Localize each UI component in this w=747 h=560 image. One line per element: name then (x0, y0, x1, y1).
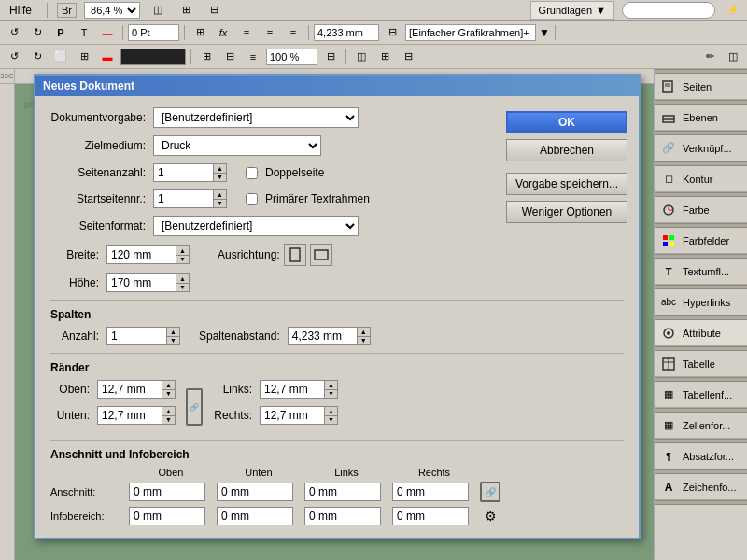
info-oben-input[interactable]: 0 mm (129, 507, 205, 525)
links-input[interactable]: 12,7 mm (260, 380, 325, 399)
startseite-arrows[interactable]: ▲ ▼ (214, 189, 227, 208)
anzahl-up[interactable]: ▲ (167, 328, 179, 337)
panel-btn-farbfelder[interactable]: Farbfelder (655, 228, 747, 254)
links-down[interactable]: ▼ (325, 390, 337, 399)
breite-arrows[interactable]: ▲ ▼ (176, 245, 190, 264)
rechts-arrows[interactable]: ▲ ▼ (325, 406, 338, 425)
anschnitt-rechts-input[interactable]: 0 mm (392, 483, 469, 501)
anschnitt-link-icon[interactable]: 🔗 (480, 482, 500, 502)
tb-rotate-right[interactable]: ↻ (27, 23, 48, 42)
breite-up[interactable]: ▲ (176, 246, 189, 256)
tb-align1[interactable]: ≡ (236, 23, 257, 42)
primaer-checkbox[interactable] (246, 193, 258, 205)
seitenanzahl-down[interactable]: ▼ (214, 174, 226, 182)
tb-icon-small[interactable]: ⊟ (382, 23, 402, 42)
spaltenabstand-down[interactable]: ▼ (358, 337, 370, 345)
panel-btn-seiten[interactable]: Seiten (655, 74, 747, 100)
dropdown-arrow[interactable]: ▼ (539, 26, 550, 39)
tb-rotate-left[interactable]: ↺ (4, 23, 24, 42)
frame-input[interactable] (405, 24, 536, 41)
info-unten-input[interactable]: 0 mm (217, 507, 293, 525)
weniger-button[interactable]: Weniger Optionen (506, 201, 627, 223)
unten-input[interactable]: 12,7 mm (97, 406, 162, 425)
tb2-icon8[interactable]: ⊟ (320, 48, 341, 66)
doppelseite-checkbox[interactable] (246, 167, 258, 179)
panel-btn-zeichenfor[interactable]: A Zeichenfo... (655, 474, 747, 500)
anschnitt-oben-input[interactable]: 0 mm (129, 483, 205, 501)
panel-btn-textumfl[interactable]: T Textumfl... (655, 259, 747, 285)
grundlagen-btn[interactable]: Grundlagen ▼ (530, 1, 614, 20)
info-links-input[interactable]: 0 mm (304, 507, 381, 525)
anzahl-input[interactable]: 1 (106, 327, 167, 345)
rechts-up[interactable]: ▲ (325, 407, 337, 416)
tb-p-icon[interactable]: P (50, 23, 71, 42)
oben-up[interactable]: ▲ (162, 381, 175, 390)
tb2-icon9[interactable]: ◫ (351, 48, 372, 66)
tb2-icon-right2[interactable]: ◫ (723, 48, 743, 66)
panel-btn-tabellf[interactable]: ▦ Tabellenf... (655, 382, 747, 408)
tb-text-icon[interactable]: T (74, 23, 94, 42)
tb-icon3[interactable]: ⊟ (204, 1, 224, 20)
tb2-icon2[interactable]: ↻ (27, 48, 48, 66)
tb-grid-icon[interactable]: ⊞ (190, 23, 210, 42)
mm-input[interactable] (314, 24, 379, 41)
tb2-icon-right1[interactable]: ✏ (699, 48, 720, 66)
oben-arrows[interactable]: ▲ ▼ (162, 380, 176, 399)
ok-button[interactable]: OK (506, 111, 627, 133)
anschnitt-unten-input[interactable]: 0 mm (217, 483, 293, 501)
menu-hilfe[interactable]: Hilfe (4, 2, 37, 19)
seitenanzahl-arrows[interactable]: ▲ ▼ (214, 163, 227, 182)
tb2-icon4[interactable]: ⊞ (74, 48, 94, 66)
landscape-btn[interactable] (310, 244, 332, 266)
pt-input[interactable] (128, 24, 179, 41)
raender-link-icon[interactable]: 🔗 (186, 388, 203, 426)
spaltenabstand-input[interactable]: 4,233 mm (288, 327, 358, 345)
tb2-icon10[interactable]: ⊞ (374, 48, 395, 66)
breite-input[interactable]: 120 mm (106, 245, 176, 264)
panel-btn-attribute[interactable]: Attribute (655, 320, 747, 346)
spaltenabstand-arrows[interactable]: ▲ ▼ (358, 327, 371, 345)
seitenformat-select[interactable]: [Benutzerdefiniert] (153, 216, 359, 236)
tb2-icon6[interactable]: ⊟ (219, 48, 240, 66)
startseite-up[interactable]: ▲ (214, 190, 226, 200)
info-rechts-input[interactable]: 0 mm (392, 507, 469, 525)
portrait-btn[interactable] (284, 244, 306, 266)
tb-icon2[interactable]: ⊞ (176, 1, 196, 20)
search-input[interactable] (622, 2, 715, 19)
tb-align2[interactable]: ≡ (260, 23, 280, 42)
startseite-down[interactable]: ▼ (214, 200, 226, 208)
vorgabe-button[interactable]: Vorgabe speichern... (506, 173, 627, 195)
tb-icon1[interactable]: ◫ (148, 1, 168, 20)
panel-btn-hyperlinks[interactable]: abc Hyperlinks (655, 289, 747, 315)
breite-down[interactable]: ▼ (176, 256, 189, 264)
anschnitt-links-input[interactable]: 0 mm (304, 483, 381, 501)
tb-align3[interactable]: ≡ (283, 23, 303, 42)
tb2-icon1[interactable]: ↺ (4, 48, 24, 66)
panel-btn-kontur[interactable]: ◻ Kontur (655, 166, 747, 192)
color-swatch[interactable] (120, 49, 186, 65)
tb2-icon3[interactable]: ⬜ (50, 48, 71, 66)
oben-input[interactable]: 12,7 mm (97, 380, 162, 399)
rechts-input[interactable]: 12,7 mm (260, 406, 325, 425)
links-arrows[interactable]: ▲ ▼ (325, 380, 338, 399)
rechts-down[interactable]: ▼ (325, 416, 337, 425)
oben-down[interactable]: ▼ (162, 390, 175, 399)
spaltenabstand-up[interactable]: ▲ (358, 328, 370, 337)
dokumentvorgabe-select[interactable]: [Benutzerdefiniert] (153, 107, 359, 128)
anzahl-arrows[interactable]: ▲ ▼ (167, 327, 180, 345)
unten-up[interactable]: ▲ (162, 407, 175, 416)
panel-btn-ebenen[interactable]: Ebenen (655, 105, 747, 131)
anzahl-down[interactable]: ▼ (167, 337, 179, 345)
abbrechen-button[interactable]: Abbrechen (506, 139, 627, 161)
startseite-input[interactable]: 1 (153, 189, 214, 208)
tb2-icon7[interactable]: ≡ (243, 48, 263, 66)
tb2-icon5[interactable]: ⊞ (196, 48, 217, 66)
seitenanzahl-up[interactable]: ▲ (214, 164, 226, 174)
panel-btn-tabelle[interactable]: Tabelle (655, 351, 747, 377)
panel-btn-zellenfor[interactable]: ▦ Zellenfor... (655, 413, 747, 439)
tb2-icon11[interactable]: ⊟ (398, 48, 418, 66)
tb2-red[interactable]: ▬ (97, 48, 118, 66)
links-up[interactable]: ▲ (325, 381, 337, 390)
lightning-icon[interactable]: ⚡ (723, 1, 743, 20)
hoehe-arrows[interactable]: ▲ ▼ (176, 273, 190, 292)
